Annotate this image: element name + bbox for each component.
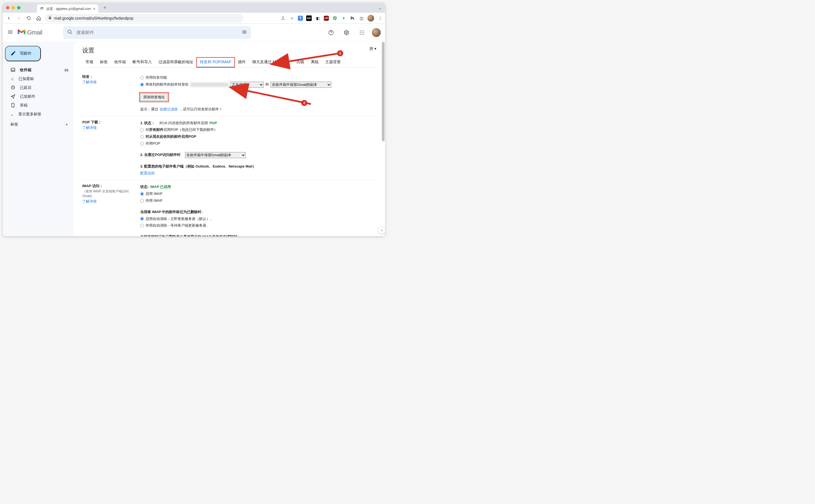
side-panel-icon[interactable]: ◫	[359, 15, 364, 21]
sidebar-item-drafts[interactable]: 草稿	[5, 101, 73, 110]
sidebar-item-more[interactable]: ⌄ 显示更多标签	[5, 110, 73, 119]
window-close-icon[interactable]	[6, 6, 9, 9]
settings-gear-icon[interactable]	[341, 27, 352, 38]
new-tab-button[interactable]: +	[101, 4, 109, 12]
nav-reload-button[interactable]	[25, 14, 33, 22]
radio-fwd-enable[interactable]	[140, 83, 144, 86]
fwd-disable-option[interactable]: 停用转发功能	[140, 74, 376, 81]
window-maximize-icon[interactable]	[17, 6, 20, 9]
radio-imap-disable[interactable]	[140, 199, 144, 203]
learn-more-link[interactable]: 了解详情	[82, 80, 140, 85]
settings-tab[interactable]: 插件	[235, 57, 249, 67]
extension-3-icon[interactable]: ◧	[315, 15, 321, 21]
search-tune-icon[interactable]	[242, 29, 247, 36]
forwarding-address-select[interactable]: 正在使用）	[231, 82, 264, 88]
extension-2-icon[interactable]: MD	[306, 15, 312, 21]
svg-point-8	[360, 32, 361, 33]
redacted-email	[190, 83, 229, 87]
input-method-selector[interactable]: 拼 ▾	[369, 46, 376, 51]
search-mail[interactable]	[63, 26, 251, 39]
settings-tab[interactable]: 常规	[82, 57, 97, 67]
pencil-icon	[10, 51, 16, 57]
radio-pop-now[interactable]	[140, 135, 144, 139]
svg-point-4	[346, 32, 347, 33]
browser-menu-icon[interactable]: ⋮	[377, 15, 383, 21]
radio-expunge-off[interactable]	[140, 224, 144, 227]
compose-button[interactable]: 写邮件	[5, 46, 41, 61]
window-titlebar: 设置 - appleex.yzl@gmail.com × + ⌄	[3, 3, 385, 13]
star-icon: ☆	[10, 77, 14, 81]
gmail-logo-text: Gmail	[27, 29, 42, 36]
window-minimize-icon[interactable]	[12, 6, 15, 9]
sidebar-item-starred[interactable]: ☆ 已加星标	[5, 75, 73, 83]
settings-tab[interactable]: 帐号和导入	[129, 57, 155, 67]
learn-more-link[interactable]: 了解详情	[82, 125, 140, 130]
tab-close-icon[interactable]: ×	[93, 7, 96, 11]
settings-tab[interactable]: 收件箱	[111, 57, 129, 67]
pop-action-select[interactable]: 在收件箱中保留Gmail的副本	[185, 152, 246, 158]
radio-pop-all[interactable]	[140, 128, 144, 132]
radio-fwd-disable[interactable]	[140, 76, 144, 79]
site-lock-icon[interactable]	[48, 16, 52, 20]
learn-more-link[interactable]: 了解详情	[82, 199, 140, 204]
add-forwarding-address-button[interactable]: 添加转发地址	[140, 93, 168, 101]
settings-tab[interactable]: 离线	[308, 57, 322, 67]
settings-tab[interactable]: 转发和 POP/IMAP	[197, 57, 235, 67]
svg-point-10	[363, 32, 364, 33]
tabs-dropdown-icon[interactable]: ⌄	[378, 5, 382, 10]
extension-1-icon[interactable]: T	[298, 16, 303, 21]
share-icon[interactable]	[280, 15, 286, 21]
section-title: POP 下载：	[82, 120, 140, 125]
imap-disable-option[interactable]: 停用 IMAP	[140, 197, 376, 204]
settings-tab[interactable]: 过滤器和屏蔽的地址	[155, 57, 197, 67]
add-label-icon[interactable]: +	[66, 122, 68, 127]
profile-avatar[interactable]	[367, 15, 374, 22]
window-controls	[6, 6, 20, 9]
forwarding-action-select[interactable]: 在收件箱中保留Gmail的副本	[271, 82, 331, 88]
nav-back-button[interactable]	[5, 14, 13, 22]
main-menu-icon[interactable]	[7, 29, 13, 36]
search-icon[interactable]	[67, 29, 73, 36]
account-avatar[interactable]	[372, 28, 381, 37]
extension-ublock-icon[interactable]: uO	[324, 16, 329, 21]
extensions-puzzle-icon[interactable]: ✦	[341, 15, 346, 21]
nav-home-button[interactable]	[35, 14, 43, 22]
pop-config-link[interactable]: 配置说明	[140, 171, 155, 176]
radio-expunge-on[interactable]	[140, 217, 144, 221]
header-actions	[326, 27, 381, 38]
radio-imap-enable[interactable]	[140, 192, 144, 196]
create-filter-link[interactable]: 创建过滤器	[160, 107, 178, 112]
support-icon[interactable]	[326, 27, 337, 38]
imap-autoexpunge-off[interactable]: 停用自动清除 - 等待客户端更新服务器。	[140, 222, 376, 229]
bookmark-star-icon[interactable]: ☆	[289, 15, 295, 21]
sidebar-item-sent[interactable]: 已发邮件	[5, 92, 73, 101]
settings-tab[interactable]: 高级	[293, 57, 308, 67]
fwd-enable-option[interactable]: 将收到的邮件的副本转发给 正在使用） 和 在收件箱中保留Gmail的副本	[140, 81, 376, 88]
chevron-down-icon: ▾	[374, 46, 376, 51]
gmail-logo[interactable]: Gmail	[18, 29, 42, 36]
settings-tab[interactable]: 标签	[97, 57, 111, 67]
pop-opt-disable[interactable]: 停用POP	[140, 140, 376, 147]
search-input[interactable]	[76, 30, 238, 35]
extension-adguard-icon[interactable]	[332, 15, 338, 21]
address-bar[interactable]: mail.google.com/mail/u/0/#settings/fwdan…	[45, 14, 244, 22]
sidebar: 写邮件 收件箱 95 ☆ 已加星标 已延后 已发邮件	[3, 41, 73, 236]
imap-enable-option[interactable]: 启用 IMAP	[140, 190, 376, 197]
pop-opt-now[interactable]: 对从现在起收到的邮件启用POP	[140, 133, 376, 140]
radio-pop-disable[interactable]	[140, 142, 144, 145]
imap-autoexpunge-on[interactable]: 启用自动清除 - 立即更新服务器（默认）。	[140, 216, 376, 222]
settings-tab[interactable]: 主题背景	[322, 57, 344, 67]
svg-point-7	[363, 31, 364, 31]
gmail-favicon-icon	[40, 6, 44, 12]
nav-forward-button[interactable]	[15, 14, 23, 22]
side-panel-toggle[interactable]: ‹	[378, 226, 385, 234]
pop-opt-all[interactable]: 对所有邮件启用POP（包括已经下载的邮件）	[140, 126, 376, 133]
sidebar-item-inbox[interactable]: 收件箱 95	[5, 66, 73, 75]
svg-point-9	[362, 32, 362, 33]
scrollbar-thumb[interactable]	[382, 42, 385, 141]
settings-tab[interactable]: 聊天及通过 Meet 开会	[249, 57, 293, 67]
sidebar-item-snoozed[interactable]: 已延后	[5, 83, 73, 92]
browser-tab[interactable]: 设置 - appleex.yzl@gmail.com ×	[37, 4, 98, 13]
apps-grid-icon[interactable]	[356, 27, 367, 38]
extensions-menu-icon[interactable]	[350, 15, 355, 21]
